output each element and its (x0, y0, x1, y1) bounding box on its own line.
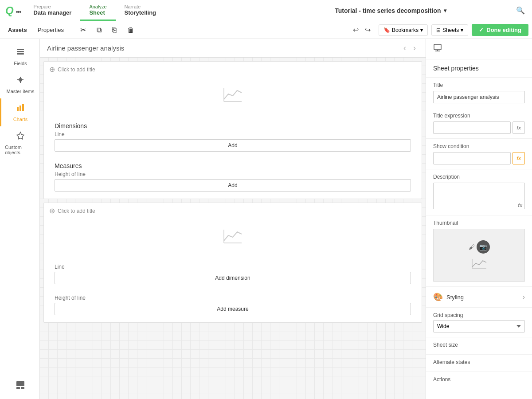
panel-title-input[interactable] (433, 91, 525, 103)
properties-label: Properties (38, 27, 64, 33)
dimensions-add-button-2[interactable]: Add dimension (55, 272, 411, 284)
title-expression-row: fx (433, 121, 525, 134)
tab-narrate-super: Narrate (125, 4, 156, 9)
cut-button[interactable]: ✂ (76, 23, 90, 37)
grid-spacing-label: Grid spacing (433, 312, 525, 318)
chart-empty-1 (44, 77, 422, 119)
panel-show-condition-section: Show condition fx (426, 139, 532, 169)
dimensions-label-2: Line (55, 264, 411, 270)
chart-empty-2 (44, 219, 422, 260)
chart-measures-2: Height of line Add measure (44, 291, 422, 322)
measures-add-button-1[interactable]: Add (55, 179, 411, 192)
sidebar-bottom-icon[interactable] (11, 376, 29, 395)
dimensions-label-1: Line (55, 131, 411, 137)
app-title: Tutorial - time series decomposition (335, 7, 441, 14)
measures-label-1: Height of line (55, 171, 411, 177)
app-title-area[interactable]: Tutorial - time series decomposition ▾ (269, 7, 512, 14)
svg-rect-5 (20, 106, 21, 111)
app-title-chevron: ▾ (444, 8, 446, 14)
charts-icon (16, 103, 25, 115)
panel-title-expression-section: Title expression fx (426, 108, 532, 139)
canvas-area: Airline passenger analysis ‹ › ⊕ Click t… (40, 39, 426, 399)
title-expression-input[interactable] (433, 121, 511, 134)
masteritems-icon (16, 75, 25, 87)
panel-sheet-icon[interactable] (433, 43, 442, 55)
nav-right: 🔍 (512, 3, 528, 18)
customobjects-label: Custom objects (5, 145, 36, 155)
redo-button[interactable]: ↪ (362, 24, 373, 36)
styling-sphere-icon: 🎨 (433, 292, 443, 302)
canvas-prev-button[interactable]: ‹ (401, 43, 409, 54)
properties-button[interactable]: Properties (33, 24, 68, 36)
search-button[interactable]: 🔍 (512, 3, 528, 18)
styling-chevron: › (523, 293, 525, 301)
done-editing-label: Done editing (486, 27, 521, 33)
sidebar-item-masteritems[interactable]: Master items (0, 70, 39, 98)
styling-label: Styling (446, 294, 464, 301)
assets-button[interactable]: Assets (4, 24, 31, 36)
show-condition-row: fx (433, 152, 525, 164)
canvas-content: ⊕ Click to add title Dimensions Line (40, 58, 426, 326)
show-condition-fx[interactable]: fx (512, 152, 525, 164)
panel-alternate-states-section: Alternate states (426, 355, 532, 372)
copy-button[interactable]: ⧉ (92, 23, 106, 37)
dimensions-add-button-1[interactable]: Add (55, 139, 411, 152)
add-title-2[interactable]: ⊕ Click to add title (44, 203, 422, 219)
done-editing-button[interactable]: ✓ Done editing (472, 24, 528, 36)
svg-rect-6 (22, 104, 24, 111)
bookmarks-button[interactable]: 🔖 Bookmarks ▾ (379, 24, 428, 36)
masteritems-label: Master items (7, 89, 35, 94)
undo-button[interactable]: ↩ (350, 24, 361, 36)
add-title-plus-2: ⊕ (49, 207, 55, 215)
show-condition-input[interactable] (433, 152, 511, 164)
tab-narrate[interactable]: Narrate Storytelling (116, 0, 165, 21)
thumbnail-area[interactable]: 🖌 📷 (433, 229, 525, 282)
sidebar-item-fields[interactable]: Fields (0, 43, 39, 70)
grid-spacing-select[interactable]: Wide Medium Narrow (433, 320, 525, 332)
more-options[interactable]: ••• (16, 8, 21, 16)
sidebar-bottom (11, 376, 29, 399)
description-input[interactable] (433, 183, 525, 209)
sheet-size-label: Sheet size (433, 342, 525, 348)
styling-row[interactable]: 🎨 Styling › (426, 287, 532, 308)
thumbnail-paintbrush-icon: 🖌 (469, 243, 475, 250)
add-title-label-2: Click to add title (58, 208, 95, 214)
chart-dimensions-1: Dimensions Line Add (44, 119, 422, 159)
bottom-grid-icon (16, 380, 25, 391)
tab-analyze[interactable]: Analyze Sheet (80, 0, 115, 21)
dimensions-title-1: Dimensions (55, 122, 411, 129)
panel-title-section: Title (426, 78, 532, 108)
delete-button[interactable]: 🗑 (123, 23, 139, 37)
svg-rect-7 (16, 387, 20, 389)
canvas-next-button[interactable]: › (411, 43, 419, 54)
sheets-label: Sheets (442, 27, 459, 33)
add-title-plus-1: ⊕ (49, 65, 55, 74)
done-editing-check: ✓ (479, 27, 484, 33)
sidebar-item-charts[interactable]: Charts (0, 98, 39, 126)
sidebar-item-customobjects[interactable]: Custom objects (0, 126, 39, 160)
chart-measures-1: Measures Height of line Add (44, 159, 422, 199)
measures-add-button-2[interactable]: Add measure (55, 303, 411, 315)
chart-empty-icon-2 (222, 227, 244, 249)
title-expression-fx[interactable]: fx (512, 121, 525, 134)
measures-label-2: Height of line (55, 295, 411, 301)
bookmarks-chevron: ▾ (420, 27, 423, 33)
panel-title-expression-label: Title expression (433, 113, 525, 119)
paste-button[interactable]: ⎘ (108, 23, 121, 37)
description-fx[interactable]: fx (518, 203, 522, 208)
assets-label: Assets (8, 27, 27, 33)
sheets-icon: ⊟ (436, 27, 441, 33)
canvas-header: Airline passenger analysis ‹ › (40, 39, 426, 58)
alternate-states-label: Alternate states (433, 359, 525, 365)
main-layout: Fields Master items Charts (0, 39, 532, 399)
top-nav: Q••• Prepare Data manager Analyze Sheet … (0, 0, 532, 21)
actions-label: Actions (433, 376, 525, 383)
svg-rect-0 (17, 49, 24, 50)
tab-analyze-super: Analyze (89, 4, 106, 9)
panel-header: Sheet properties (426, 59, 532, 78)
add-title-1[interactable]: ⊕ Click to add title (44, 62, 422, 77)
canvas-nav: ‹ › (401, 43, 419, 54)
canvas-title: Airline passenger analysis (47, 44, 397, 52)
sheets-button[interactable]: ⊟ Sheets ▾ (431, 24, 468, 36)
tab-prepare[interactable]: Prepare Data manager (24, 0, 80, 21)
